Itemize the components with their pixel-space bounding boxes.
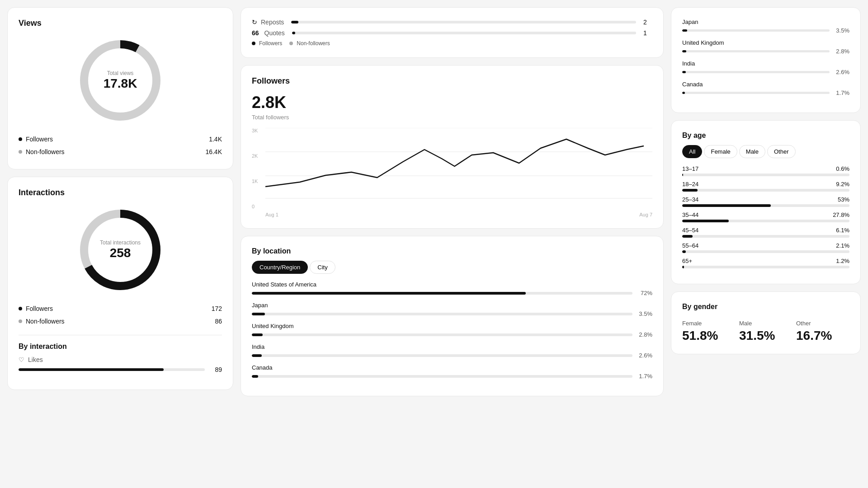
location-bar-fill xyxy=(252,333,263,336)
location-tabs: Country/Region City xyxy=(252,261,652,274)
location-pct: 1.7% xyxy=(636,373,652,380)
right-pct: 3.5% xyxy=(833,27,849,34)
follower-legend: Followers Non-followers xyxy=(252,40,652,47)
age-bar-track xyxy=(682,250,849,253)
age-bar-fill xyxy=(682,250,686,253)
right-bar-track xyxy=(682,92,830,94)
right-column: Japan 3.5% United Kingdom 2.8% India 2.6… xyxy=(671,7,861,481)
age-tab-female[interactable]: Female xyxy=(704,145,737,158)
right-location-name: India xyxy=(682,60,849,67)
location-bar-fill xyxy=(252,375,258,378)
int-non-followers-legend: Non-followers 86 xyxy=(19,315,222,328)
age-label-row: 25–34 53% xyxy=(682,196,849,203)
age-range-item: 45–54 6.1% xyxy=(682,227,849,238)
age-range-pct: 1.2% xyxy=(836,258,849,264)
age-tab-male[interactable]: Male xyxy=(739,145,765,158)
reposts-row: ↻ Reposts 2 xyxy=(252,19,652,26)
location-name: Canada xyxy=(252,364,652,371)
location-name: United Kingdom xyxy=(252,323,652,329)
followers-card-title: Followers xyxy=(252,76,652,86)
location-pct: 3.5% xyxy=(636,310,652,317)
location-card: By location Country/Region City United S… xyxy=(241,236,664,396)
location-bar-row: 2.8% xyxy=(252,331,652,338)
interactions-donut: Total interactions 258 xyxy=(75,205,165,295)
int-followers-count: 172 xyxy=(212,305,222,312)
location-item: Japan 3.5% xyxy=(252,302,652,317)
location-bar-track xyxy=(252,333,632,336)
location-item: United Kingdom 2.8% xyxy=(252,323,652,338)
likes-bar-track xyxy=(19,368,205,371)
views-total-value: 17.8K xyxy=(104,76,137,91)
int-non-followers-label: Non-followers xyxy=(26,318,65,325)
age-bar-fill xyxy=(682,266,684,268)
age-range-pct: 9.2% xyxy=(836,181,849,188)
location-list: United States of America 72% Japan 3.5% … xyxy=(252,281,652,380)
age-bar-fill xyxy=(682,174,683,176)
likes-bar-fill xyxy=(19,368,164,371)
views-donut-label: Total views 17.8K xyxy=(104,70,137,91)
gender-value: 16.7% xyxy=(796,328,849,343)
followers-card: Followers 2.8K Total followers 3K 2K 1K … xyxy=(241,65,664,229)
age-label-row: 18–24 9.2% xyxy=(682,181,849,188)
age-bar-fill xyxy=(682,189,698,192)
age-bar-fill xyxy=(682,204,771,207)
legend-non-followers-dot xyxy=(289,42,293,45)
gender-grid: Female 51.8% Male 31.5% Other 16.7% xyxy=(682,320,849,343)
right-location-name: Canada xyxy=(682,81,849,88)
age-bar-track xyxy=(682,266,849,268)
x-label-aug7: Aug 7 xyxy=(639,212,652,217)
age-range-label: 45–54 xyxy=(682,227,698,234)
age-bar-track xyxy=(682,189,849,192)
age-bar-track xyxy=(682,220,849,222)
interactions-title: Interactions xyxy=(19,188,222,197)
age-label-row: 13–17 0.6% xyxy=(682,165,849,172)
age-tabs: AllFemaleMaleOther xyxy=(682,145,849,158)
gender-item: Female 51.8% xyxy=(682,320,736,343)
age-range-pct: 27.8% xyxy=(833,211,849,218)
tab-city[interactable]: City xyxy=(310,261,335,274)
page-layout: Views Total views 17.8K xyxy=(0,0,868,488)
quotes-row: 66 Quotes 1 xyxy=(252,29,652,37)
right-bar-fill xyxy=(682,92,685,94)
right-bar-row: 2.8% xyxy=(682,48,849,55)
location-bar-row: 72% xyxy=(252,290,652,296)
interactions-donut-wrapper: Total interactions 258 xyxy=(19,205,222,295)
gender-value: 31.5% xyxy=(739,328,793,343)
right-pct: 1.7% xyxy=(833,89,849,96)
age-title: By age xyxy=(682,131,849,140)
interactions-total-value: 258 xyxy=(100,246,141,260)
views-followers-legend: Followers 1.4K xyxy=(19,133,222,145)
right-location-item: United Kingdom 2.8% xyxy=(682,39,849,55)
age-label-row: 65+ 1.2% xyxy=(682,258,849,264)
views-donut: Total views 17.8K xyxy=(75,35,165,126)
age-range-label: 55–64 xyxy=(682,242,698,249)
reposts-bar-track xyxy=(291,21,636,23)
likes-row-label: ♡ Likes xyxy=(19,356,222,363)
age-range-item: 35–44 27.8% xyxy=(682,211,849,222)
age-tab-all[interactable]: All xyxy=(682,145,702,158)
location-title: By location xyxy=(252,247,652,255)
location-pct: 72% xyxy=(636,290,652,296)
right-bar-row: 3.5% xyxy=(682,27,849,34)
location-bar-track xyxy=(252,292,632,295)
int-non-followers-dot xyxy=(19,319,22,323)
age-range-item: 65+ 1.2% xyxy=(682,258,849,268)
followers-sub-label: Total followers xyxy=(252,114,652,121)
right-location-card: Japan 3.5% United Kingdom 2.8% India 2.6… xyxy=(671,7,861,113)
y-label-2k: 2K xyxy=(252,153,258,159)
gender-item: Male 31.5% xyxy=(739,320,793,343)
reposts-label: Reposts xyxy=(261,19,284,26)
age-range-item: 25–34 53% xyxy=(682,196,849,207)
age-tab-other[interactable]: Other xyxy=(767,145,796,158)
views-non-followers-count: 16.4K xyxy=(205,148,222,155)
reposts-bar-fill xyxy=(291,21,298,23)
age-range-item: 55–64 2.1% xyxy=(682,242,849,253)
location-item: Canada 1.7% xyxy=(252,364,652,380)
right-location-item: Japan 3.5% xyxy=(682,19,849,34)
views-donut-wrapper: Total views 17.8K xyxy=(19,35,222,126)
age-range-item: 13–17 0.6% xyxy=(682,165,849,176)
right-location-name: Japan xyxy=(682,19,849,25)
reposts-icon: ↻ xyxy=(252,19,257,26)
tab-country-region[interactable]: Country/Region xyxy=(252,261,308,274)
quotes-bar-fill xyxy=(292,32,296,34)
